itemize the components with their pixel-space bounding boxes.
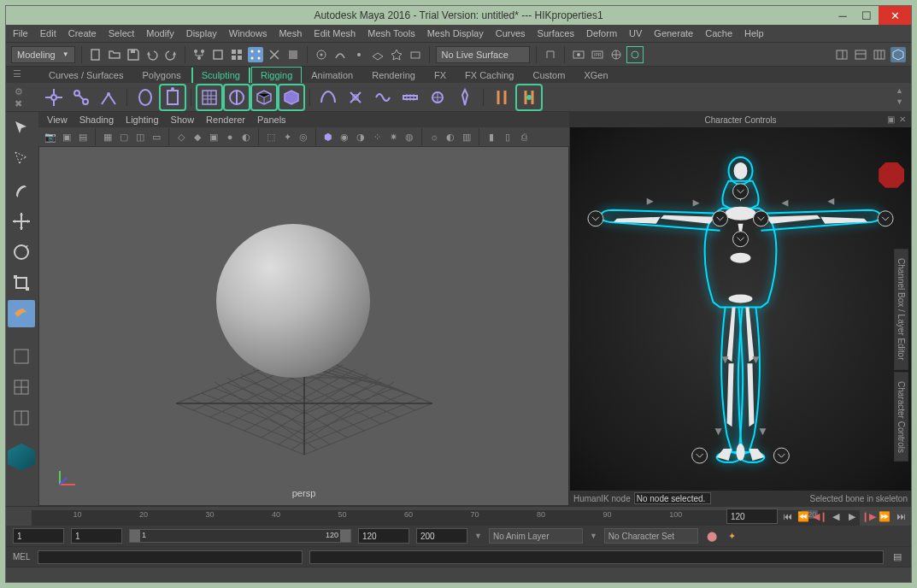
- character-viewer[interactable]: [570, 127, 911, 491]
- parent-constraint-icon[interactable]: [490, 85, 514, 109]
- hik-node-field[interactable]: [634, 492, 711, 504]
- menu-deform[interactable]: Deform: [586, 28, 617, 38]
- panel-menu-renderer[interactable]: Renderer: [206, 115, 245, 125]
- pelvis-marker[interactable]: [737, 444, 745, 461]
- panel-menu-panels[interactable]: Panels: [257, 115, 286, 125]
- gpgpu-icon[interactable]: ▮: [485, 130, 498, 144]
- snap-grid-icon[interactable]: [314, 47, 329, 62]
- menu-modify[interactable]: Modify: [146, 28, 173, 38]
- gpu-override-icon[interactable]: ⎙: [517, 130, 531, 144]
- panel-menu-lighting[interactable]: Lighting: [126, 115, 159, 125]
- l-upper-arm-bone[interactable]: [661, 215, 715, 224]
- shelf-scroll-up-icon[interactable]: ▲: [896, 86, 906, 97]
- isolate-select-icon[interactable]: ◎: [297, 130, 310, 144]
- viewport[interactable]: persp: [38, 146, 569, 506]
- shelf-tab-custom[interactable]: Custom: [525, 68, 574, 83]
- single-pane-icon[interactable]: [8, 343, 35, 370]
- dof-icon[interactable]: ◍: [403, 130, 416, 144]
- close-button[interactable]: ✕: [879, 6, 911, 25]
- shelf-tab-rigging[interactable]: Rigging: [252, 68, 301, 83]
- select-face-icon[interactable]: [285, 47, 301, 62]
- gamma-icon[interactable]: ◐: [444, 130, 457, 144]
- four-pane-icon[interactable]: [8, 373, 35, 401]
- menu-help[interactable]: Help: [744, 28, 764, 38]
- range-handle-end[interactable]: [340, 530, 350, 542]
- anim-prefs-icon[interactable]: ✦: [726, 529, 739, 543]
- character-set-dropdown[interactable]: No Character Set: [604, 528, 698, 544]
- rotate-tool-icon[interactable]: [8, 238, 35, 266]
- select-point-icon[interactable]: [248, 47, 263, 62]
- menu-create[interactable]: Create: [68, 28, 97, 38]
- l-ankle-hint-icon[interactable]: [715, 428, 722, 435]
- wire-deformer-icon[interactable]: [371, 85, 395, 109]
- snap-live-icon[interactable]: [389, 47, 404, 62]
- move-tool-icon[interactable]: [8, 208, 35, 235]
- open-scene-icon[interactable]: [107, 47, 122, 62]
- motion-blur-icon[interactable]: ⁘: [370, 130, 384, 144]
- chest-bone[interactable]: [731, 253, 751, 263]
- shadows-icon[interactable]: ◐: [239, 130, 253, 144]
- shelf-tab-rendering[interactable]: Rendering: [363, 68, 424, 83]
- use-lights-icon[interactable]: ●: [223, 130, 237, 144]
- smooth-shade-icon[interactable]: ◆: [191, 130, 204, 144]
- shelf-trash-icon[interactable]: ✖: [15, 98, 25, 109]
- shelf-tab-curves[interactable]: Curves / Surfaces: [40, 68, 132, 83]
- script-editor-icon[interactable]: ▤: [891, 550, 904, 564]
- select-object-icon[interactable]: [210, 47, 226, 62]
- paint-select-tool-icon[interactable]: [8, 177, 35, 204]
- channel-box-toggle-icon[interactable]: [872, 47, 887, 62]
- modeling-toolkit-icon[interactable]: [891, 47, 906, 62]
- gate-mask-icon[interactable]: ▭: [150, 130, 163, 144]
- shelf-tab-polygons[interactable]: Polygons: [133, 68, 189, 83]
- redo-icon[interactable]: [163, 47, 179, 62]
- menu-meshdisplay[interactable]: Mesh Display: [427, 28, 484, 38]
- l-thigh-bone[interactable]: [727, 308, 736, 362]
- char-set-arrow-icon[interactable]: ▼: [590, 532, 597, 540]
- snap-curve-icon[interactable]: [332, 47, 348, 62]
- blend-shape-icon[interactable]: [316, 85, 340, 109]
- select-edge-icon[interactable]: [267, 47, 282, 62]
- joint-tool-icon[interactable]: [42, 85, 66, 109]
- cache-icon[interactable]: ▯: [501, 130, 514, 144]
- multisampling-icon[interactable]: ✷: [386, 130, 400, 144]
- hips-bone[interactable]: [729, 295, 753, 303]
- snap-plane-icon[interactable]: [370, 47, 385, 62]
- play-forward-icon[interactable]: ▶: [845, 509, 859, 523]
- shelf-tab-animation[interactable]: Animation: [303, 68, 362, 83]
- l-shin-bone[interactable]: [727, 363, 734, 426]
- tool-settings-toggle-icon[interactable]: [853, 47, 868, 62]
- menu-curves[interactable]: Curves: [496, 28, 526, 38]
- grid-toggle-icon[interactable]: ▦: [101, 130, 115, 144]
- r-elbow-hint-icon[interactable]: [781, 200, 788, 207]
- exposure-icon[interactable]: ☼: [427, 130, 441, 144]
- shelf-tab-fx[interactable]: FX: [426, 68, 455, 83]
- snap-view-icon[interactable]: [408, 47, 423, 62]
- ssao-icon[interactable]: ◑: [354, 130, 367, 144]
- l-foot-menu-icon[interactable]: [692, 448, 708, 463]
- shelf-tab-fxcaching[interactable]: FX Caching: [456, 68, 522, 83]
- cmd-language-label[interactable]: MEL: [13, 552, 31, 562]
- head-bone[interactable]: [734, 162, 748, 179]
- film-gate-icon[interactable]: ▢: [117, 130, 131, 144]
- pole-vector-icon[interactable]: [453, 85, 477, 109]
- shelf-options-icon[interactable]: ☰: [13, 68, 26, 82]
- select-component-icon[interactable]: [229, 47, 244, 62]
- select-tool-icon[interactable]: [8, 115, 35, 143]
- step-forward-key-icon[interactable]: ⏩: [878, 509, 891, 523]
- paint-weights-icon[interactable]: [197, 85, 221, 109]
- l-foot-bone[interactable]: [717, 449, 732, 461]
- wrap-deformer-icon[interactable]: [344, 85, 367, 109]
- l-hand-menu-icon[interactable]: [588, 211, 603, 226]
- camera-select-icon[interactable]: 📷: [44, 130, 57, 144]
- anim-end-field[interactable]: [416, 528, 467, 544]
- r-upper-arm-bone[interactable]: [766, 215, 820, 224]
- wireframe-icon[interactable]: ◇: [174, 130, 188, 144]
- range-handle-start[interactable]: [130, 530, 140, 542]
- clavicle-bone[interactable]: [726, 207, 756, 220]
- r-shin-bone[interactable]: [747, 363, 754, 426]
- scale-tool-icon[interactable]: [8, 269, 35, 297]
- shelf-mel-icon[interactable]: ⚙: [15, 86, 25, 97]
- point-constraint-icon[interactable]: [517, 85, 541, 109]
- bookmark-icon[interactable]: ▣: [60, 130, 73, 144]
- anim-layer-arrow-icon[interactable]: ▼: [474, 532, 482, 540]
